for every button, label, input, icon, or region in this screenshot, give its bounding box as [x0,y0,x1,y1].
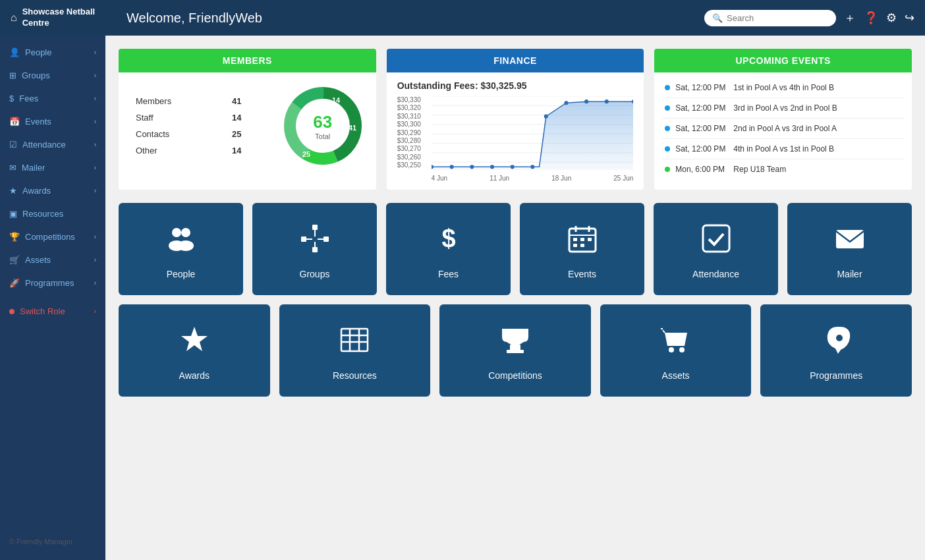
chevron-icon: › [94,72,96,79]
table-row: Other 14 [130,143,268,158]
contacts-value: 25 [227,126,268,142]
assets-tile-icon [659,323,692,362]
layout: 👤 People › ⊞ Groups › $ Fees › 📅 Events [0,36,925,560]
finance-body: Outstanding Fees: $30,325.95 $30,330 $30… [387,72,644,190]
outstanding-fees: Outstanding Fees: $30,325.95 [397,80,634,91]
add-icon[interactable]: ＋ [844,10,856,26]
tile-events[interactable]: Events [520,203,644,295]
chart-dot [604,99,608,103]
sidebar-item-people[interactable]: 👤 People › [0,41,105,64]
welcome-title: Welcome, FriendlyWeb [116,11,704,26]
y-label: $30,270 [397,145,432,152]
event-dot [665,85,670,90]
y-label: $30,320 [397,104,432,111]
chart-dot [449,165,453,169]
table-row: Staff 14 [130,110,268,125]
segment-label-25: 25 [302,150,310,158]
tile-resources[interactable]: Resources [279,304,431,397]
event-time: Sat, 12:00 PM [675,83,728,92]
svg-marker-33 [181,327,208,351]
sidebar-item-events[interactable]: 📅 Events › [0,110,105,133]
sidebar-label-switch-role: Switch Role [20,306,65,316]
competitions-tile-icon [499,323,532,362]
sidebar-item-assets[interactable]: 🛒 Assets › [0,248,105,271]
chevron-icon: › [94,233,96,240]
y-label: $30,310 [397,113,432,120]
help-icon[interactable]: ❓ [864,11,878,25]
svg-rect-15 [323,237,329,242]
header-actions: 🔍 ＋ ❓ ⚙ ↪ [704,10,914,26]
tile-competitions[interactable]: Competitions [439,304,591,397]
tile-mailer[interactable]: Mailer [787,203,912,295]
events-tile-icon [566,222,599,261]
svg-rect-16 [312,247,318,252]
event-dot [665,126,670,131]
y-label: $30,280 [397,137,432,144]
mailer-tile-icon [833,222,866,261]
sidebar-item-fees[interactable]: $ Fees › [0,87,105,110]
member-label: Members [130,94,225,109]
groups-tile-icon [298,222,331,261]
svg-rect-14 [301,237,306,242]
tile-fees[interactable]: $ Fees [386,203,511,295]
settings-icon[interactable]: ⚙ [886,11,897,25]
tile-programmes[interactable]: Programmes [760,304,912,397]
tile-label-competitions: Competitions [488,370,542,381]
resources-icon: ▣ [9,209,17,219]
finance-chart: $30,330 $30,320 $30,310 $30,300 $30,290 … [397,96,634,182]
events-icon: 📅 [9,117,20,126]
other-label: Other [130,143,225,158]
event-item: Sat, 12:00 PM 1st in Pool A vs 4th in Po… [662,78,904,98]
upcoming-events-card: UPCOMING EVENTS Sat, 12:00 PM 1st in Poo… [654,49,912,190]
x-label: 4 Jun [432,175,447,182]
sidebar-item-competitions[interactable]: 🏆 Competitions › [0,225,105,248]
tile-groups[interactable]: Groups [252,203,377,295]
chart-dot [544,115,547,119]
tile-assets[interactable]: Assets [600,304,752,397]
chart-dot [470,165,474,169]
awards-icon: ★ [9,186,17,196]
search-input[interactable] [727,13,828,23]
sidebar-item-groups[interactable]: ⊞ Groups › [0,64,105,87]
sidebar-item-programmes[interactable]: 🚀 Programmes › [0,271,105,294]
event-dot [665,167,670,172]
sidebar-label-assets: Assets [25,255,51,265]
chevron-icon: › [94,279,96,287]
svg-line-43 [663,330,665,333]
sidebar-label-events: Events [25,117,51,126]
sidebar-item-mailer[interactable]: ✉ Mailer › [0,156,105,179]
event-item: Mon, 6:00 PM Rep U18 Team [662,159,904,179]
sidebar-label-programmes: Programmes [25,278,74,288]
contacts-label: Contacts [130,126,225,142]
total-number: 63 [313,112,332,132]
event-item: Sat, 12:00 PM 4th in Pool A vs 1st in Po… [662,139,904,159]
search-box[interactable]: 🔍 [704,10,836,26]
member-value: 41 [227,94,268,109]
x-label: 18 Jun [551,175,571,182]
svg-rect-28 [588,238,592,241]
tile-attendance[interactable]: Attendance [654,203,778,295]
svg-rect-31 [703,225,729,252]
chevron-icon: › [94,308,96,315]
groups-icon: ⊞ [9,70,16,80]
sidebar-item-switch-role[interactable]: Switch Role › [0,300,105,323]
tile-label-fees: Fees [438,269,459,279]
org-logo[interactable]: ⌂ Showcase Netball Centre [11,7,116,29]
tile-awards[interactable]: Awards [119,304,270,397]
sidebar-item-resources[interactable]: ▣ Resources [0,202,105,225]
sidebar-item-awards[interactable]: ★ Awards › [0,179,105,202]
sidebar-item-attendance[interactable]: ☑ Attendance › [0,133,105,156]
event-time: Mon, 6:00 PM [675,165,728,174]
tile-label-events: Events [568,269,596,279]
dashboard-row: MEMBERS Members 41 Staff 14 Contacts [119,49,912,190]
donut-center: 63 Total [313,112,332,140]
tile-people[interactable]: People [119,203,243,295]
logout-icon[interactable]: ↪ [905,11,914,25]
event-dot [665,146,670,152]
chart-dot [584,99,588,103]
chevron-icon: › [94,49,96,56]
event-desc: 1st in Pool A vs 4th in Pool B [733,83,834,92]
svg-rect-13 [312,225,318,230]
event-time: Sat, 12:00 PM [675,103,728,113]
event-desc: 3rd in Pool A vs 2nd in Pool B [733,103,837,113]
